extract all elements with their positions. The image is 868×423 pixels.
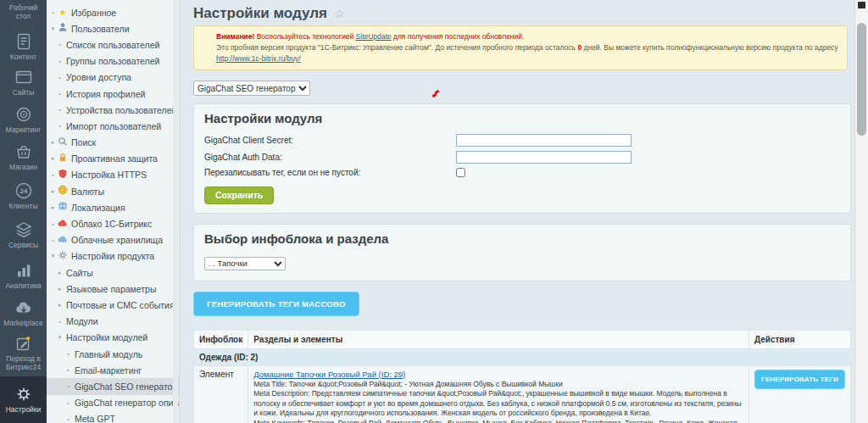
sidebar-item-shop[interactable]: Магазин bbox=[0, 142, 47, 172]
bullet-icon: ▪ bbox=[56, 107, 64, 113]
sites-icon bbox=[0, 68, 47, 86]
menu-item-main-module[interactable]: ▪Главный модуль bbox=[47, 346, 179, 362]
element-actions: ГЕНЕРИРОВАТЬ ТЕГИ bbox=[748, 365, 850, 423]
menu-item-search[interactable]: ▸ Поиск bbox=[47, 135, 179, 151]
menu-item-access-levels[interactable]: ▪Уровни доступа bbox=[47, 70, 179, 86]
menu-item-user-import[interactable]: ▪Импорт пользователей bbox=[47, 118, 179, 134]
gear-icon bbox=[0, 385, 47, 404]
table-header-row: Инфоблок Разделы и элементы Действия bbox=[194, 330, 851, 348]
search-icon bbox=[57, 136, 69, 149]
bullet-icon: ▪ bbox=[64, 416, 72, 422]
chevron-right-icon: ▸ bbox=[56, 286, 64, 292]
buy-link[interactable]: http://www.1c-bitrix.ru/buy/ bbox=[216, 54, 301, 63]
infoblock-table: Инфоблок Разделы и элементы Действия Оде… bbox=[193, 330, 851, 423]
menu-item-localization[interactable]: ▸ Локализация bbox=[47, 199, 179, 215]
meta-title: Meta Title: Тапочки &quot;Розовый Рай&qu… bbox=[253, 380, 743, 390]
bitrix24-icon bbox=[0, 334, 47, 353]
menu-item-bitrix-cloud[interactable]: ▪ Облако 1С-Битрикс bbox=[47, 215, 179, 231]
menu-item-user-devices[interactable]: ▪Устройства пользователей bbox=[47, 102, 179, 118]
menu-item-proactive-protection[interactable]: ▸ Проактивная защита bbox=[47, 151, 179, 167]
menu-item-modules[interactable]: ▪Модули bbox=[47, 314, 179, 330]
client-secret-field[interactable] bbox=[456, 134, 632, 147]
services-icon bbox=[0, 220, 47, 239]
bullet-icon: ▪ bbox=[56, 91, 64, 97]
bullet-icon: ▪ bbox=[56, 319, 64, 325]
sidebar-item-bitrix24[interactable]: Переход в Битрикс24 bbox=[0, 334, 47, 371]
bullet-icon: ▪ bbox=[56, 58, 64, 64]
chevron-down-icon: ▾ bbox=[49, 25, 57, 32]
menu-item-cloud-storage[interactable]: ▪ Облачные хранилища bbox=[47, 232, 179, 248]
user-icon bbox=[57, 22, 69, 35]
element-link[interactable]: Домашние Тапочки Розовый Рай (ID: 29) bbox=[253, 370, 405, 379]
corner-icon bbox=[858, 2, 865, 8]
sidebar-item-services[interactable]: Сервисы bbox=[0, 220, 47, 250]
menu-item-language-params[interactable]: ▸Языковые параметры bbox=[47, 281, 179, 297]
scrollbar-thumb[interactable] bbox=[857, 23, 866, 136]
element-content: Домашние Тапочки Розовый Рай (ID: 29) Me… bbox=[248, 365, 749, 423]
menu-item-user-groups[interactable]: ▪Группы пользователей bbox=[47, 53, 179, 70]
menu-item-currencies[interactable]: ▸ Валюты bbox=[47, 183, 179, 199]
bullet-icon: ▪ bbox=[64, 400, 72, 406]
bullet-icon: ▪ bbox=[64, 367, 72, 373]
svg-text:24: 24 bbox=[19, 187, 27, 195]
lock-icon bbox=[57, 153, 69, 165]
menu-item-user-list[interactable]: ▪Список пользователей bbox=[47, 36, 179, 53]
app-root: Рабочий стол Контент Сайты Маркетинг Маг… bbox=[0, 0, 868, 423]
sidebar-item-settings[interactable]: Настройки bbox=[0, 376, 47, 423]
marketing-icon bbox=[0, 105, 47, 124]
warning-line-2: Это пробная версия продукта "1С-Битрикс:… bbox=[216, 42, 840, 64]
star-icon: ★ bbox=[57, 8, 69, 18]
generate-tags-button[interactable]: ГЕНЕРИРОВАТЬ ТЕГИ bbox=[754, 370, 845, 389]
panel-title: Выбор инфоблока и раздела bbox=[204, 231, 840, 246]
bullet-icon: ▪ bbox=[49, 237, 57, 243]
menu-item-module-settings[interactable]: ▾Настройки модулей bbox=[47, 330, 179, 346]
bullet-icon: ▪ bbox=[49, 9, 57, 15]
gear-icon bbox=[57, 250, 69, 263]
menu-item-meta-gpt[interactable]: ▪Meta GPT bbox=[47, 411, 179, 423]
infoblock-select[interactable]: . . Тапочки bbox=[204, 257, 286, 270]
menu-item-https-settings[interactable]: ▪ Настройка HTTPS bbox=[47, 167, 179, 183]
generate-tags-mass-button[interactable]: ГЕНЕРИРОВАТЬ ТЕГИ МАССОВО bbox=[193, 292, 359, 316]
menu-item-product-settings[interactable]: ▾ Настройки продукта bbox=[47, 248, 179, 264]
favorite-star-icon[interactable]: ☆ bbox=[334, 7, 345, 20]
main-content: Настройки модуля ☆ Внимание! Воспользуйт… bbox=[180, 0, 854, 423]
cloud-blue-icon bbox=[57, 234, 69, 247]
bullet-icon: ▪ bbox=[56, 42, 64, 47]
menu-item-profile-history[interactable]: ▪История профилей bbox=[47, 86, 179, 102]
table-group-row: Одежда (ID: 2) bbox=[194, 348, 851, 365]
bullet-icon: ▪ bbox=[56, 123, 64, 129]
panel-title: Настройки модуля bbox=[204, 111, 840, 125]
auth-data-field[interactable] bbox=[456, 151, 632, 164]
content-icon bbox=[0, 32, 47, 51]
bullet-icon: ▪ bbox=[64, 351, 72, 357]
sidebar-item-content[interactable]: Контент bbox=[0, 32, 47, 62]
module-select[interactable]: GigaChat SEO генератор тегов bbox=[193, 81, 310, 96]
chevron-right-icon: ▸ bbox=[56, 302, 64, 309]
save-button[interactable]: Сохранить bbox=[204, 186, 274, 204]
menu-item-email-marketing[interactable]: ▪Email-маркетинг bbox=[47, 362, 179, 378]
sidebar-item-marketplace[interactable]: Marketplace bbox=[0, 298, 47, 328]
overwrite-tag-checkbox[interactable] bbox=[456, 168, 465, 177]
page-scrollbar[interactable] bbox=[854, 0, 868, 423]
sidebar-item-marketing[interactable]: Маркетинг bbox=[0, 105, 47, 135]
chevron-right-icon: ▸ bbox=[49, 155, 57, 162]
menu-item-gigachat-descriptions[interactable]: ▪GigaChat генератор описаний товаров bbox=[47, 395, 179, 411]
menu-item-users[interactable]: ▾ Пользователи bbox=[47, 20, 179, 36]
shield-icon bbox=[57, 169, 69, 181]
siteupdate-link[interactable]: SiteUpdate bbox=[356, 32, 392, 41]
sidebar-item-clients[interactable]: 24 Клиенты bbox=[0, 181, 47, 211]
sidebar-item-sites[interactable]: Сайты bbox=[0, 68, 47, 97]
meta-keywords: Meta Keywords: Тапочки, Розовый Рай, Дом… bbox=[253, 419, 743, 423]
chevron-right-icon: ▸ bbox=[49, 204, 57, 211]
menu-item-mail-sms-events[interactable]: ▸Почтовые и СМС события bbox=[47, 297, 179, 313]
menu-scrollbar[interactable] bbox=[173, 0, 178, 423]
menu-item-gigachat-seo[interactable]: ▪GigaChat SEO генератор тегов bbox=[47, 378, 179, 394]
red-cursor-mark bbox=[431, 91, 440, 99]
group-label: Одежда (ID: 2) bbox=[194, 348, 851, 365]
chevron-right-icon: ▸ bbox=[49, 188, 57, 195]
menu-item-favorites[interactable]: ▪ ★ Избранное bbox=[47, 4, 179, 20]
sidebar-item-desktop[interactable]: Рабочий стол bbox=[0, 4, 47, 20]
sidebar-item-analytics[interactable]: Аналитика bbox=[0, 261, 47, 291]
marketplace-icon bbox=[0, 298, 47, 317]
menu-item-sites[interactable]: ▸Сайты bbox=[47, 264, 179, 281]
